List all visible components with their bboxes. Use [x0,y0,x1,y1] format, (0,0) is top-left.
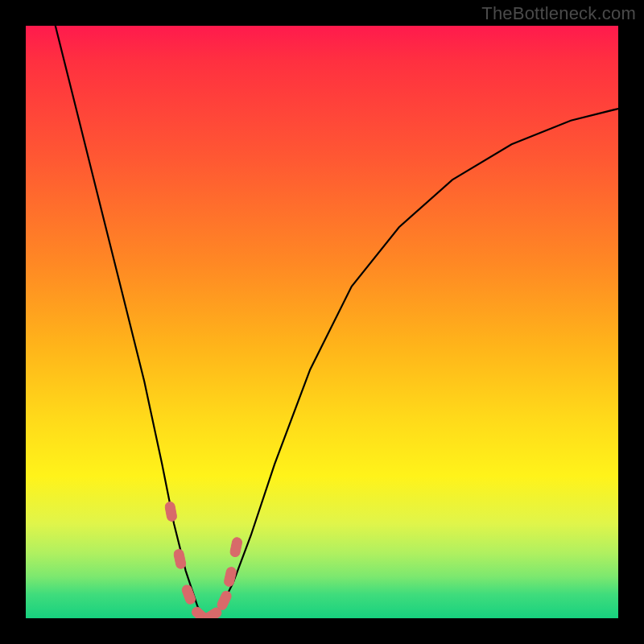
trough-marker [181,584,197,605]
curve-path [56,26,618,618]
bottleneck-curve [26,26,618,618]
trough-marker [173,548,187,569]
chart-frame: TheBottleneck.com [0,0,644,644]
trough-markers [164,502,242,618]
plot-area [26,26,618,618]
trough-marker [229,537,242,558]
trough-marker [164,502,177,522]
trough-marker [223,566,237,587]
attribution-text: TheBottleneck.com [481,3,636,24]
trough-marker [216,589,233,611]
